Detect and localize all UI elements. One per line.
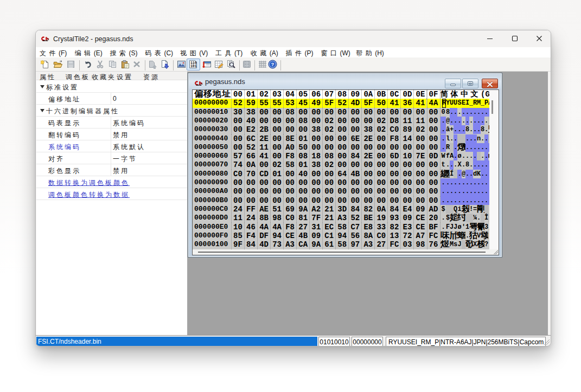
svg-text:?: ? <box>271 61 274 67</box>
svg-text:101: 101 <box>190 65 197 68</box>
